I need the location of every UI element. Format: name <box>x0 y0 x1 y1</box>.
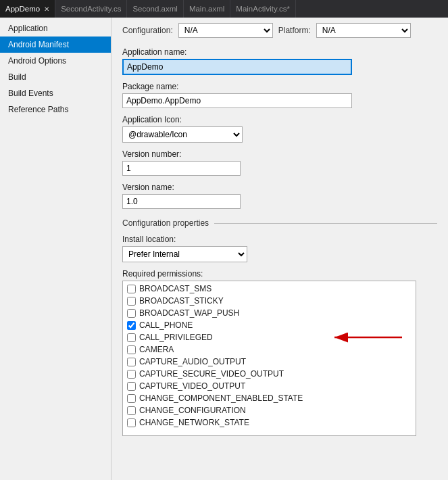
package-name-label: Package name: <box>122 82 437 91</box>
app-icon-group: Application Icon: @drawable/Icon <box>122 115 437 143</box>
version-name-label: Version name: <box>122 183 437 192</box>
tab-appdemo[interactable]: AppDemo✕ <box>0 0 55 18</box>
permission-item-broadcast_sticky[interactable]: BROADCAST_STICKY <box>123 295 416 307</box>
permissions-group: Required permissions: BROADCAST_SMSBROAD… <box>122 269 437 436</box>
permission-label-broadcast_sms: BROADCAST_SMS <box>139 284 211 293</box>
package-name-input[interactable] <box>122 93 352 108</box>
permission-checkbox-change_configuration[interactable] <box>127 406 136 415</box>
sidebar-item-build[interactable]: Build <box>0 69 111 85</box>
version-name-input[interactable] <box>122 194 241 209</box>
main-container: ApplicationAndroid ManifestAndroid Optio… <box>0 18 448 480</box>
tab-secondactivity[interactable]: SecondActivity.cs <box>55 0 127 18</box>
permission-label-broadcast_wap_push: BROADCAST_WAP_PUSH <box>139 308 239 318</box>
version-number-group: Version number: <box>122 149 437 176</box>
permission-item-call_privileged[interactable]: CALL_PRIVILEGED <box>123 331 416 343</box>
package-name-group: Package name: <box>122 82 437 108</box>
permissions-label: Required permissions: <box>122 269 437 279</box>
tab-mainactivity[interactable]: MainActivity.cs* <box>230 0 296 18</box>
permission-item-capture_secure_video_output[interactable]: CAPTURE_SECURE_VIDEO_OUTPUT <box>123 368 416 380</box>
tab-bar: AppDemo✕SecondActivity.csSecond.axmlMain… <box>0 0 448 18</box>
permission-label-broadcast_sticky: BROADCAST_STICKY <box>139 296 224 306</box>
permission-checkbox-broadcast_wap_push[interactable] <box>127 309 136 318</box>
config-properties-divider: Configuration properties <box>122 218 437 228</box>
permission-item-capture_audio_output[interactable]: CAPTURE_AUDIO_OUTPUT <box>123 356 416 368</box>
configuration-select[interactable]: N/A <box>178 23 273 38</box>
configuration-label: Configuration: <box>122 26 173 35</box>
install-location-label: Install location: <box>122 235 437 244</box>
permission-item-broadcast_sms[interactable]: BROADCAST_SMS <box>123 283 416 295</box>
tab-label-appdemo: AppDemo <box>5 5 40 13</box>
permission-label-capture_video_output: CAPTURE_VIDEO_OUTPUT <box>139 381 245 391</box>
permission-item-camera[interactable]: CAMERA <box>123 343 416 356</box>
permission-checkbox-capture_video_output[interactable] <box>127 382 136 391</box>
version-number-input[interactable] <box>122 161 241 176</box>
tab-label-mainaxml: Main.axml <box>189 5 224 13</box>
sidebar-item-android-manifest[interactable]: Android Manifest <box>0 37 111 53</box>
permission-item-change_component_enabled_state[interactable]: CHANGE_COMPONENT_ENABLED_STATE <box>123 392 416 404</box>
permission-item-change_network_state[interactable]: CHANGE_NETWORK_STATE <box>123 416 416 429</box>
permission-label-call_phone: CALL_PHONE <box>139 320 193 330</box>
app-name-label: Application name: <box>122 47 437 57</box>
permission-label-change_network_state: CHANGE_NETWORK_STATE <box>139 418 249 427</box>
permission-label-change_configuration: CHANGE_CONFIGURATION <box>139 406 246 415</box>
tab-label-secondactivity: SecondActivity.cs <box>61 5 121 13</box>
sidebar: ApplicationAndroid ManifestAndroid Optio… <box>0 18 111 480</box>
version-name-group: Version name: <box>122 183 437 209</box>
content-area: Configuration: N/A Platform: N/A Applica… <box>111 18 448 480</box>
install-location-group: Install location: AutoPrefer InternalPre… <box>122 235 437 262</box>
install-location-select[interactable]: AutoPrefer InternalPrefer External <box>122 246 247 262</box>
permission-checkbox-camera[interactable] <box>127 345 136 354</box>
sidebar-item-build-events[interactable]: Build Events <box>0 85 111 101</box>
platform-label: Platform: <box>278 26 311 35</box>
app-icon-label: Application Icon: <box>122 115 437 124</box>
tab-label-secondaxml: Second.axml <box>132 5 177 13</box>
sidebar-item-application[interactable]: Application <box>0 20 111 37</box>
permission-item-capture_video_output[interactable]: CAPTURE_VIDEO_OUTPUT <box>123 380 416 392</box>
permission-label-camera: CAMERA <box>139 345 174 354</box>
tab-close-appdemo[interactable]: ✕ <box>44 5 49 13</box>
app-name-group: Application name: <box>122 47 437 75</box>
sidebar-item-android-options[interactable]: Android Options <box>0 53 111 69</box>
permission-checkbox-call_phone[interactable] <box>127 321 136 330</box>
app-icon-select[interactable]: @drawable/Icon <box>122 126 243 143</box>
permission-item-change_configuration[interactable]: CHANGE_CONFIGURATION <box>123 404 416 416</box>
permission-checkbox-broadcast_sms[interactable] <box>127 285 136 293</box>
permission-item-call_phone[interactable]: CALL_PHONE <box>123 319 416 331</box>
permission-checkbox-change_component_enabled_state[interactable] <box>127 394 136 403</box>
permission-checkbox-broadcast_sticky[interactable] <box>127 297 136 306</box>
app-name-input[interactable] <box>122 59 352 75</box>
permission-checkbox-capture_secure_video_output[interactable] <box>127 370 136 379</box>
permissions-list[interactable]: BROADCAST_SMSBROADCAST_STICKYBROADCAST_W… <box>123 281 416 435</box>
tab-label-mainactivity: MainActivity.cs* <box>236 5 290 13</box>
permissions-container: BROADCAST_SMSBROADCAST_STICKYBROADCAST_W… <box>122 281 416 436</box>
permission-label-change_component_enabled_state: CHANGE_COMPONENT_ENABLED_STATE <box>139 393 303 403</box>
permission-label-capture_secure_video_output: CAPTURE_SECURE_VIDEO_OUTPUT <box>139 369 284 379</box>
version-number-label: Version number: <box>122 149 437 159</box>
permission-checkbox-change_network_state[interactable] <box>127 418 136 427</box>
platform-select[interactable]: N/A <box>316 23 411 38</box>
permission-label-capture_audio_output: CAPTURE_AUDIO_OUTPUT <box>139 357 246 366</box>
tab-secondaxml[interactable]: Second.axml <box>127 0 183 18</box>
sidebar-item-reference-paths[interactable]: Reference Paths <box>0 101 111 118</box>
config-bar: Configuration: N/A Platform: N/A <box>122 23 437 38</box>
tab-mainaxml[interactable]: Main.axml <box>184 0 230 18</box>
permission-item-broadcast_wap_push[interactable]: BROADCAST_WAP_PUSH <box>123 307 416 319</box>
permission-checkbox-capture_audio_output[interactable] <box>127 358 136 366</box>
permission-checkbox-call_privileged[interactable] <box>127 333 136 342</box>
permission-label-call_privileged: CALL_PRIVILEGED <box>139 333 213 342</box>
